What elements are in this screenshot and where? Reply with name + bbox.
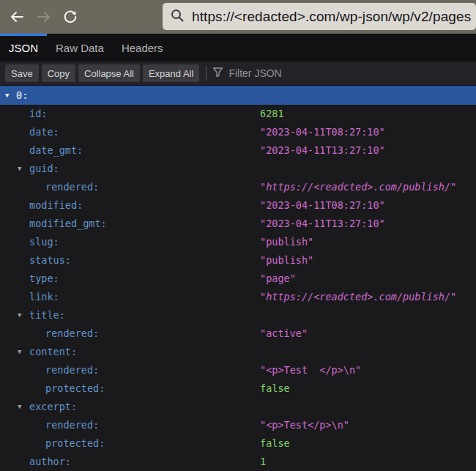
browser-toolbar: https://<redacted>.com/wp-json/wp/v2/pag…	[0, 0, 476, 34]
json-key: guid:	[29, 160, 59, 178]
reload-button[interactable]	[59, 5, 82, 29]
json-row[interactable]: modified_gmt:"2023-04-11T13:27:10"	[0, 215, 476, 233]
json-value: "active"	[260, 324, 308, 343]
forward-button[interactable]	[32, 5, 56, 29]
filter-placeholder: Filter JSON	[228, 67, 281, 79]
json-row[interactable]: date:"2023-04-11T08:27:10"	[0, 123, 476, 141]
json-row[interactable]: ▼title:	[0, 306, 476, 324]
json-row[interactable]: rendered:"<p>Test</p>\n"	[0, 416, 476, 434]
tab-headers-label: Headers	[122, 42, 163, 54]
json-value: "2023-04-11T13:27:10"	[260, 215, 385, 233]
json-key: link:	[29, 288, 59, 306]
json-row[interactable]: ▼guid:	[0, 160, 476, 178]
json-row[interactable]: ▼0:	[0, 86, 476, 105]
json-key: protected:	[45, 434, 105, 453]
twisty-icon[interactable]: ▼	[5, 86, 9, 105]
json-row[interactable]: protected:false	[0, 434, 476, 453]
json-row[interactable]: modified:"2023-04-11T08:27:10"	[0, 196, 476, 215]
json-value: "<p>Test </p>\n"	[260, 361, 361, 379]
json-row[interactable]: rendered:"active"	[0, 324, 476, 343]
json-row[interactable]: ▼excerpt:	[0, 398, 476, 416]
tab-raw-data-label: Raw Data	[56, 42, 104, 54]
json-value: "2023-04-11T13:27:10"	[260, 141, 385, 160]
tab-headers[interactable]: Headers	[113, 34, 172, 62]
json-value: "2023-04-11T08:27:10"	[260, 196, 385, 215]
json-value: 1	[260, 453, 266, 471]
json-key: id:	[29, 105, 47, 123]
json-value: "page"	[260, 270, 296, 288]
json-value: "2023-04-11T08:27:10"	[260, 123, 385, 141]
json-key: status:	[29, 251, 71, 270]
json-row[interactable]: date_gmt:"2023-04-11T13:27:10"	[0, 141, 476, 160]
json-key: title:	[29, 306, 65, 324]
json-row[interactable]: status:"publish"	[0, 251, 476, 270]
back-arrow-icon	[9, 9, 25, 25]
tab-json[interactable]: JSON	[0, 34, 47, 62]
back-button[interactable]	[5, 5, 29, 29]
funnel-icon	[212, 67, 228, 80]
json-value: "publish"	[260, 233, 313, 251]
copy-button[interactable]: Copy	[42, 64, 75, 82]
json-tree: ▼0:id:6281date:"2023-04-11T08:27:10"date…	[0, 86, 476, 471]
active-tab-indicator	[0, 34, 47, 36]
json-key: slug:	[29, 233, 59, 251]
url-bar[interactable]: https://<redacted>.com/wp-json/wp/v2/pag…	[163, 3, 476, 30]
json-row[interactable]: author:1	[0, 453, 476, 471]
json-viewer-tabbar: JSON Raw Data Headers	[0, 34, 476, 62]
json-value: false	[260, 434, 290, 453]
json-key: excerpt:	[29, 398, 77, 416]
json-row[interactable]: slug:"publish"	[0, 233, 476, 251]
json-row[interactable]: type:"page"	[0, 270, 476, 288]
json-key: 0:	[16, 86, 28, 105]
json-key: content:	[29, 343, 77, 361]
json-key: rendered:	[45, 324, 99, 343]
twisty-icon[interactable]: ▼	[18, 306, 21, 324]
json-key: modified:	[29, 196, 83, 215]
tab-json-label: JSON	[9, 42, 38, 54]
expand-all-button[interactable]: Expand All	[143, 64, 199, 82]
json-key: date:	[29, 123, 59, 141]
json-key: author:	[29, 453, 71, 471]
url-text: https://<redacted>.com/wp-json/wp/v2/pag…	[192, 9, 471, 25]
json-value: 6281	[260, 105, 284, 123]
json-row[interactable]: rendered:"https://<readcted>.com/publish…	[0, 178, 476, 196]
json-key: rendered:	[45, 416, 99, 434]
json-value: false	[260, 379, 290, 398]
json-key: rendered:	[45, 178, 99, 196]
search-icon	[170, 8, 192, 26]
json-value: "<p>Test</p>\n"	[260, 416, 349, 434]
json-key: type:	[29, 270, 59, 288]
twisty-icon[interactable]: ▼	[18, 398, 21, 416]
json-row[interactable]: id:6281	[0, 105, 476, 123]
save-button[interactable]: Save	[5, 64, 39, 82]
forward-arrow-icon	[36, 9, 52, 25]
json-row[interactable]: link:"https://<readcted>.com/publish/"	[0, 288, 476, 306]
json-value[interactable]: "https://<readcted>.com/publish/"	[260, 288, 456, 306]
toolbar-separator	[206, 66, 207, 81]
twisty-icon[interactable]: ▼	[18, 160, 21, 178]
collapse-all-button[interactable]: Collapse All	[78, 64, 140, 82]
json-key: rendered:	[45, 361, 99, 379]
json-row[interactable]: protected:false	[0, 379, 476, 398]
twisty-icon[interactable]: ▼	[18, 343, 21, 361]
reload-icon	[62, 9, 78, 25]
actions-toolbar: Save Copy Collapse All Expand All Filter…	[0, 62, 476, 86]
json-key: protected:	[45, 379, 105, 398]
json-row[interactable]: rendered:"<p>Test </p>\n"	[0, 361, 476, 379]
filter-json-input[interactable]: Filter JSON	[212, 67, 474, 80]
json-key: modified_gmt:	[29, 215, 107, 233]
json-value[interactable]: "https://<readcted>.com/publish/"	[260, 178, 456, 196]
json-key: date_gmt:	[29, 141, 83, 160]
tab-raw-data[interactable]: Raw Data	[47, 34, 113, 62]
json-value: "publish"	[260, 251, 313, 270]
json-row[interactable]: ▼content:	[0, 343, 476, 361]
